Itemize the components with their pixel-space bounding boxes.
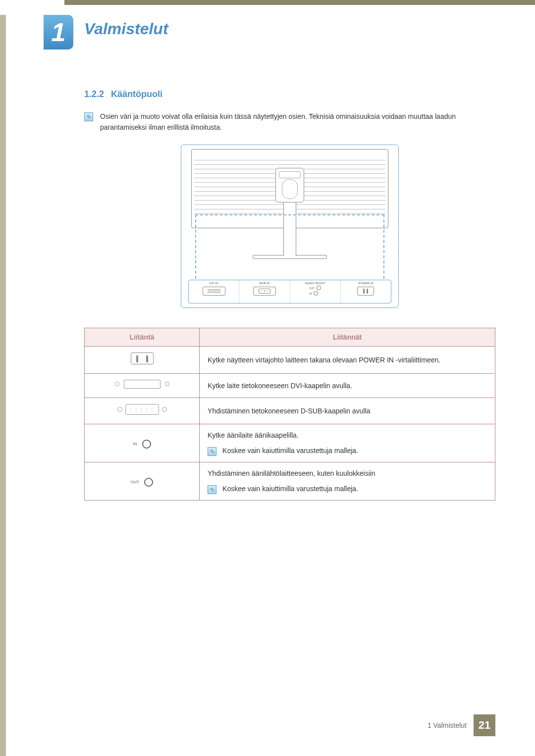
table-row: Kytke näytteen virtajohto laitteen takan… bbox=[85, 347, 495, 374]
port-desc: Yhdistäminen tietokoneeseen D-SUB-kaapel… bbox=[200, 398, 495, 424]
detail-audio: AUDIO IN/OUT OUT IN bbox=[290, 280, 341, 303]
note-icon bbox=[208, 447, 216, 456]
dvi-label: DVI IN bbox=[210, 282, 218, 285]
table-row: Kytke laite tietokoneeseen DVI-kaapelin … bbox=[85, 374, 495, 398]
rgb-label: RGB IN bbox=[260, 282, 270, 285]
footer-page-number: 21 bbox=[474, 714, 495, 736]
power-port-icon bbox=[131, 353, 154, 364]
jack-icon bbox=[142, 440, 151, 449]
port-desc: Kytke näytteen virtajohto laitteen takan… bbox=[200, 347, 495, 374]
chapter-title: Valmistelut bbox=[84, 20, 168, 38]
callout-line-left bbox=[195, 214, 196, 279]
table-row: IN Kytke äänilaite äänikaapelilla. Koske… bbox=[85, 424, 495, 462]
port-cell bbox=[85, 347, 200, 374]
note-row: Osien väri ja muoto voivat olla erilaisi… bbox=[84, 111, 495, 133]
port-cell: OUT bbox=[85, 462, 200, 501]
note-icon bbox=[208, 485, 216, 494]
dvi-port-icon bbox=[115, 380, 169, 389]
chapter-number: 1 bbox=[52, 17, 66, 47]
jack-icon bbox=[144, 478, 153, 487]
port-desc: Yhdistäminen äänilähtölaitteeseen, kuten… bbox=[200, 462, 495, 501]
dvi-port-icon bbox=[203, 287, 225, 296]
left-decorative-bar bbox=[0, 15, 6, 756]
table-row: OUT Yhdistäminen äänilähtölaitteeseen, k… bbox=[85, 462, 495, 501]
top-decorative-strip bbox=[64, 0, 535, 5]
port-detail-strip: DVI IN RGB IN AUDIO IN/OUT OUT IN bbox=[188, 280, 391, 303]
port-desc: Kytke laite tietokoneeseen DVI-kaapelin … bbox=[200, 374, 495, 398]
detail-dvi: DVI IN bbox=[189, 280, 239, 303]
callout-line bbox=[195, 214, 384, 215]
page-footer: 1 Valmistelut 21 bbox=[428, 714, 495, 736]
audio-in-port-icon: IN bbox=[133, 440, 151, 449]
stand-mount bbox=[275, 168, 304, 202]
subsection-title: Kääntöpuoli bbox=[111, 89, 162, 100]
power-label: POWER IN bbox=[358, 282, 373, 285]
audio-in-label: IN bbox=[309, 292, 312, 295]
diagram-wrap: DVI IN RGB IN AUDIO IN/OUT OUT IN bbox=[84, 145, 495, 308]
detail-power: POWER IN bbox=[341, 280, 391, 303]
jack-label: IN bbox=[133, 441, 137, 447]
power-port-icon bbox=[357, 287, 374, 296]
col-header-port: Liitäntä bbox=[85, 328, 200, 347]
table-row: : : : : : Yhdistäminen tietokoneeseen D-… bbox=[85, 398, 495, 424]
rgb-port-icon: : : : : : bbox=[117, 404, 167, 415]
audio-in-jack-icon bbox=[314, 291, 318, 296]
port-cell bbox=[85, 374, 200, 398]
port-desc: Kytke äänilaite äänikaapelilla. Koskee v… bbox=[200, 424, 495, 462]
monitor-rear-diagram: DVI IN RGB IN AUDIO IN/OUT OUT IN bbox=[181, 145, 399, 308]
note-icon bbox=[84, 112, 93, 121]
port-cell: IN bbox=[85, 424, 200, 462]
port-desc-text: Kytke äänilaite äänikaapelilla. bbox=[208, 430, 487, 441]
audio-out-port-icon: OUT bbox=[131, 478, 153, 487]
audio-label: AUDIO IN/OUT bbox=[305, 282, 325, 285]
col-header-desc: Liitännät bbox=[200, 328, 495, 347]
callout-line-right bbox=[383, 214, 384, 279]
audio-out-label: OUT bbox=[309, 287, 315, 290]
port-subnote: Koskee vain kaiuttimilla varustettuja ma… bbox=[222, 484, 358, 494]
audio-jacks: OUT IN bbox=[309, 286, 321, 296]
page: 1 Valmistelut 1.2.2 Kääntöpuoli Osien vä… bbox=[0, 0, 535, 756]
port-cell: : : : : : bbox=[85, 398, 200, 424]
subsection-heading: 1.2.2 Kääntöpuoli bbox=[84, 89, 495, 100]
content-area: 1.2.2 Kääntöpuoli Osien väri ja muoto vo… bbox=[84, 89, 495, 501]
port-subnote: Koskee vain kaiuttimilla varustettuja ma… bbox=[222, 446, 358, 456]
ports-table: Liitäntä Liitännät Kytke näytteen virtaj… bbox=[84, 328, 495, 501]
port-desc-text: Yhdistäminen äänilähtölaitteeseen, kuten… bbox=[208, 468, 487, 479]
detail-rgb: RGB IN bbox=[239, 280, 290, 303]
jack-label: OUT bbox=[131, 479, 139, 485]
subsection-number: 1.2.2 bbox=[84, 89, 104, 100]
stand-pole bbox=[283, 202, 296, 256]
chapter-number-block: 1 bbox=[44, 15, 73, 50]
note-text: Osien väri ja muoto voivat olla erilaisi… bbox=[100, 111, 495, 133]
audio-out-jack-icon bbox=[317, 286, 321, 290]
footer-chapter-label: 1 Valmistelut bbox=[428, 721, 467, 729]
rgb-port-icon bbox=[253, 287, 276, 296]
